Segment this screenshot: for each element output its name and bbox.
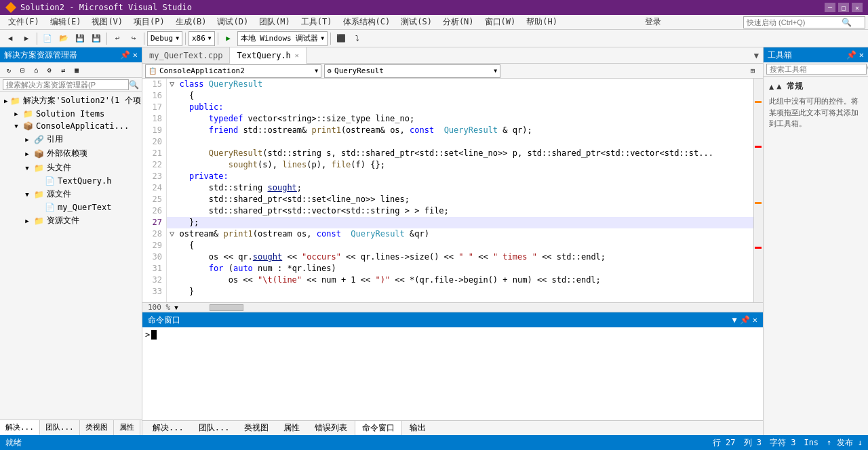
debug-mode-dropdown[interactable]: Debug ▼ [147, 31, 182, 46]
maximize-button[interactable]: □ [838, 3, 849, 12]
menu-edit[interactable]: 编辑(E) [45, 15, 87, 29]
home-button[interactable]: ⌂ [30, 64, 42, 76]
solution-search-input[interactable] [3, 79, 129, 90]
redo-button[interactable]: ↪ [126, 31, 141, 46]
tree-item-myquertext-cpp[interactable]: 📄 my_QuerText [1, 201, 140, 213]
tree-item-external-deps[interactable]: ▶ 📦 外部依赖项 [1, 146, 140, 161]
bottom-tab-output[interactable]: 输出 [402, 420, 433, 435]
sync-button[interactable]: ⇄ [57, 64, 69, 76]
collapse-button[interactable]: ⊟ [16, 64, 28, 76]
menu-view[interactable]: 视图(V) [86, 15, 128, 29]
save-button[interactable]: 💾 [73, 31, 87, 46]
undo-button[interactable]: ↩ [110, 31, 125, 46]
filter-button[interactable]: ▦ [71, 64, 83, 76]
menu-file[interactable]: 文件(F) [3, 15, 45, 29]
solution-search-bar[interactable]: 🔍 [0, 78, 142, 92]
tab-close-button[interactable]: ✕ [295, 52, 299, 59]
menu-team[interactable]: 团队(M) [254, 15, 296, 29]
expand-icon[interactable]: ▶ [4, 97, 7, 105]
expand-icon[interactable]: ▶ [23, 136, 31, 144]
bottom-tab-command[interactable]: 命令窗口 [355, 420, 402, 435]
code-line-15: ▽ class QueryResult [167, 79, 763, 90]
h-scrollbar-track[interactable] [181, 304, 759, 311]
toolbox-search-input[interactable] [766, 64, 867, 75]
status-publish[interactable]: ↑ 发布 ↓ [827, 437, 863, 449]
tab-myquertext-cpp[interactable]: my_QuerText.cpp [142, 47, 230, 63]
expand-all-button[interactable]: ⊞ [745, 64, 760, 79]
editor-scrollbar-h[interactable]: 100 % ▼ [142, 302, 763, 312]
expand-icon[interactable]: ▼ [12, 122, 20, 130]
line-num-15: 15 [142, 79, 166, 90]
command-window-body[interactable]: > [142, 327, 763, 420]
code-line-19: friend std::ostream& print1(ostream& os,… [167, 125, 763, 136]
dropdown-icon[interactable]: ▼ [732, 315, 737, 325]
expand-icon[interactable]: ▶ [12, 110, 20, 118]
h-scrollbar-thumb[interactable] [210, 304, 243, 311]
back-button[interactable]: ◀ [3, 31, 18, 46]
tab-team[interactable]: 团队... [40, 420, 80, 435]
expand-icon[interactable]: ▼ [23, 164, 31, 172]
toolbox-section-header[interactable]: ▲ ▲ 常规 [766, 79, 865, 94]
zoom-dropdown-icon[interactable]: ▼ [174, 304, 178, 311]
open-button[interactable]: 📂 [56, 31, 71, 46]
expand-icon[interactable]: ▼ [23, 190, 31, 199]
step-over-button[interactable]: ⤵ [350, 31, 365, 46]
menu-project[interactable]: 项目(P) [128, 15, 170, 29]
menu-arch[interactable]: 体系结构(C) [338, 15, 396, 29]
tree-item-solution-items[interactable]: ▶ 📁 Solution Items [1, 108, 140, 120]
code-editor[interactable]: 15 16 17 18 19 20 21 22 23 24 25 26 27 2… [142, 79, 763, 302]
platform-dropdown[interactable]: x86 ▼ [189, 31, 215, 46]
refresh-button[interactable]: ↻ [3, 64, 15, 76]
expand-icon[interactable]: ▶ [23, 217, 31, 225]
tree-item-textquery-h[interactable]: 📄 TextQuery.h [1, 175, 140, 187]
tree-item-resources[interactable]: ▶ 📁 资源文件 [1, 213, 140, 228]
quick-launch-search[interactable]: 🔍 [743, 16, 865, 28]
bottom-tab-errors[interactable]: 错误列表 [307, 420, 355, 435]
forward-button[interactable]: ▶ [19, 31, 34, 46]
code-line-27: }; [167, 217, 763, 228]
line-num-33: 33 [142, 286, 166, 298]
new-file-button[interactable]: 📄 [40, 31, 55, 46]
close-icon[interactable]: ✕ [753, 315, 757, 325]
toolbox-search-bar[interactable]: 🔍 [764, 62, 868, 77]
pin-icon[interactable]: 📌 [120, 50, 130, 60]
menu-help[interactable]: 帮助(H) [521, 15, 563, 29]
close-icon[interactable]: ✕ [133, 50, 138, 60]
tree-item-headers[interactable]: ▼ 📁 头文件 [1, 161, 140, 175]
quick-launch-input[interactable] [747, 18, 842, 26]
breakpoint-button[interactable]: ⬛ [334, 31, 349, 46]
minimize-button[interactable]: ─ [825, 3, 835, 12]
menu-tools[interactable]: 工具(T) [296, 15, 338, 29]
tab-textquery-h[interactable]: TextQuery.h ✕ [230, 47, 307, 64]
menu-debug[interactable]: 调试(D) [212, 15, 254, 29]
bottom-tab-classview[interactable]: 类视图 [237, 420, 276, 435]
menu-window[interactable]: 窗口(W) [479, 15, 521, 29]
tab-classview[interactable]: 类视图 [80, 420, 114, 435]
menu-analyze[interactable]: 分析(N) [437, 15, 479, 29]
close-icon[interactable]: ✕ [859, 50, 864, 60]
pin-icon[interactable]: 📌 [740, 315, 750, 325]
pin-icon[interactable]: 📌 [846, 50, 856, 60]
menu-test[interactable]: 测试(S) [395, 15, 437, 29]
bottom-tab-solution[interactable]: 解决... [145, 420, 191, 435]
save-all-button[interactable]: 💾 [89, 31, 104, 46]
class-dropdown[interactable]: 📋 ConsoleApplication2 ▼ [145, 64, 321, 78]
settings-icon[interactable]: ⚙ [43, 64, 56, 76]
bottom-tab-properties[interactable]: 属性 [276, 420, 307, 435]
tab-solution[interactable]: 解决... [0, 420, 40, 435]
run-target-dropdown[interactable]: 本地 Windows 调试器 ▼ [237, 31, 328, 46]
tab-overflow-button[interactable]: ▼ [750, 47, 763, 63]
code-content[interactable]: ▽ class QueryResult { public: typedef ve… [167, 79, 763, 302]
tree-item-solution[interactable]: ▶ 📁 解决方案'Solution2'(1 个项目) [1, 94, 140, 108]
close-button[interactable]: ✕ [852, 3, 863, 12]
expand-icon[interactable]: ▶ [23, 150, 31, 158]
bottom-tab-team[interactable]: 团队... [191, 420, 237, 435]
tree-item-consoleapp[interactable]: ▼ 📦 ConsoleApplicati... [1, 120, 140, 132]
tab-properties[interactable]: 属性 [114, 420, 140, 435]
run-button[interactable]: ▶ [221, 31, 236, 46]
member-dropdown[interactable]: ⚙ QueryResult ▼ [324, 64, 500, 78]
login-button[interactable]: 登录 [639, 15, 667, 29]
tree-item-sources[interactable]: ▼ 📁 源文件 [1, 187, 140, 201]
tree-item-references[interactable]: ▶ 🔗 引用 [1, 132, 140, 146]
menu-build[interactable]: 生成(B) [170, 15, 212, 29]
